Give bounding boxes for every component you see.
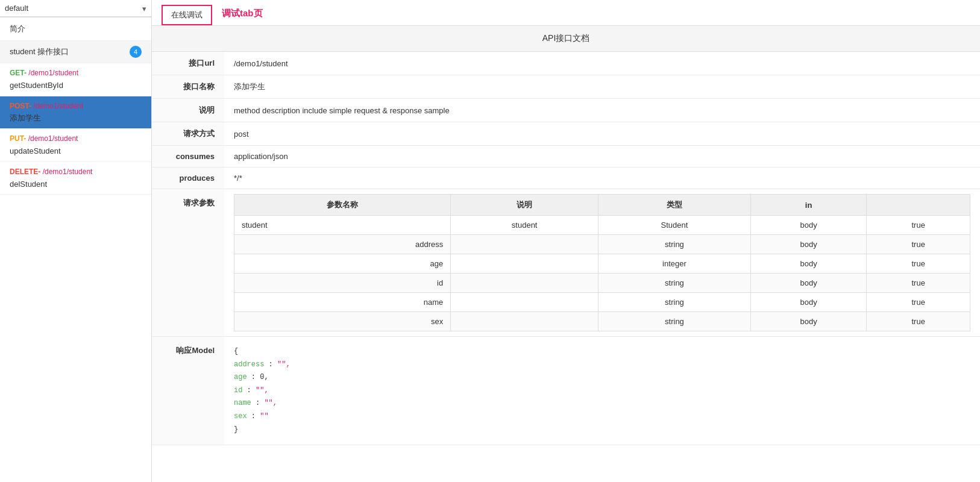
param-name: id [234, 274, 451, 293]
desc-label: 说明 [152, 99, 224, 122]
params-label: 请求参数 [152, 189, 224, 337]
api-info-table: 接口url /demo1/student 接口名称 添加学生 说明 method… [152, 52, 980, 445]
method-put-icon: PUT- [10, 134, 28, 143]
param-in: body [750, 293, 867, 312]
params-col-header: 说明 [451, 195, 598, 216]
param-type: integer [598, 254, 751, 274]
code-line: address : "", [234, 358, 970, 372]
name-value: 添加学生 [224, 75, 980, 99]
table-row: idstringbodytrue [234, 274, 970, 293]
param-name: sex [234, 312, 451, 331]
param-type: string [598, 312, 751, 331]
params-table-cell: 参数名称说明类型in studentstudentStudentbodytrue… [224, 189, 980, 337]
table-row: addressstringbodytrue [234, 235, 970, 254]
produces-value: */* [224, 167, 980, 189]
desc-row: 说明 method description include simple req… [152, 99, 980, 122]
param-name: age [234, 254, 451, 274]
param-required: true [867, 312, 970, 331]
sidebar-badge: 4 [130, 46, 142, 58]
code-line: { [234, 345, 970, 358]
api-path: /demo1/student [28, 69, 78, 77]
desc-value: method description include simple reques… [224, 99, 980, 122]
params-col-header: in [750, 195, 867, 216]
code-key: sex [234, 412, 247, 421]
sidebar-api-item[interactable]: DELETE- /demo1/studentdelStudent [0, 162, 151, 195]
sidebar-api-item[interactable]: PUT- /demo1/studentupdateStudent [0, 129, 151, 162]
code-line: name : "", [234, 397, 970, 410]
table-row: studentstudentStudentbodytrue [234, 216, 970, 235]
tab-online-debug[interactable]: 在线调试 [162, 5, 212, 25]
param-type: string [598, 274, 751, 293]
param-required: true [867, 274, 970, 293]
param-in: body [750, 312, 867, 331]
param-required: true [867, 254, 970, 274]
api-doc-title: API接口文档 [152, 26, 980, 52]
method-post-icon: POST- [10, 102, 33, 110]
sidebar-api-item[interactable]: GET- /demo1/studentgetStudentById [0, 63, 151, 96]
sidebar-group-header: student 操作接口 4 [0, 41, 151, 63]
method-value: post [224, 122, 980, 146]
api-name: delStudent [10, 178, 142, 191]
method-row: 请求方式 post [152, 122, 980, 146]
sidebar-group-title: student 操作接口 [10, 46, 130, 57]
response-value: { address : "", age : 0, id : "", name :… [224, 337, 980, 445]
method-delete-icon: DELETE- [10, 167, 43, 176]
code-line: age : 0, [234, 371, 970, 384]
api-path: /demo1/student [43, 167, 93, 176]
consumes-value: application/json [224, 146, 980, 167]
param-required: true [867, 293, 970, 312]
param-in: body [750, 235, 867, 254]
params-col-header: 参数名称 [234, 195, 451, 216]
table-row: sexstringbodytrue [234, 312, 970, 331]
sidebar-api-item[interactable]: POST- /demo1/student添加学生 [0, 96, 151, 130]
param-required: true [867, 216, 970, 235]
tabs-bar: 在线调试 调试tab页 [152, 0, 980, 26]
sidebar-api-list: GET- /demo1/studentgetStudentByIdPOST- /… [0, 63, 151, 195]
param-in: body [750, 274, 867, 293]
param-type: string [598, 235, 751, 254]
api-doc: API接口文档 接口url /demo1/student 接口名称 添加学生 说… [152, 26, 980, 445]
param-desc [451, 274, 598, 293]
params-col-header: 类型 [598, 195, 751, 216]
code-key: age [234, 373, 247, 381]
api-name: updateStudent [10, 145, 142, 158]
url-label: 接口url [152, 52, 224, 75]
api-path: /demo1/student [33, 102, 83, 110]
param-in: body [750, 216, 867, 235]
code-key: address [234, 360, 264, 369]
param-required: true [867, 235, 970, 254]
param-type: string [598, 293, 751, 312]
params-row: 请求参数 参数名称说明类型in studentstudentStudentbod… [152, 189, 980, 337]
select-wrapper: default [0, 0, 151, 17]
consumes-row: consumes application/json [152, 146, 980, 167]
code-key: id [234, 386, 242, 395]
api-name: 添加学生 [10, 112, 142, 125]
produces-label: produces [152, 167, 224, 189]
code-value: "" [260, 412, 268, 421]
param-type: Student [598, 216, 751, 235]
param-desc [451, 312, 598, 331]
param-name: student [234, 216, 451, 235]
table-row: ageintegerbodytrue [234, 254, 970, 274]
code-line: } [234, 424, 970, 437]
sidebar-intro[interactable]: 简介 [0, 17, 151, 41]
name-row: 接口名称 添加学生 [152, 75, 980, 99]
response-code-block: { address : "", age : 0, id : "", name :… [234, 343, 970, 439]
param-desc [451, 254, 598, 274]
url-row: 接口url /demo1/student [152, 52, 980, 75]
produces-row: produces */* [152, 167, 980, 189]
param-in: body [750, 254, 867, 274]
code-key: name [234, 399, 251, 407]
api-name: getStudentById [10, 80, 142, 92]
param-desc: student [451, 216, 598, 235]
param-name: address [234, 235, 451, 254]
params-table: 参数名称说明类型in studentstudentStudentbodytrue… [234, 194, 970, 331]
namespace-select[interactable]: default [0, 0, 151, 17]
name-label: 接口名称 [152, 75, 224, 99]
code-value: 0, [260, 373, 268, 381]
method-get-icon: GET- [10, 69, 28, 77]
param-name: name [234, 293, 451, 312]
param-desc [451, 293, 598, 312]
params-body: studentstudentStudentbodytrueaddressstri… [234, 216, 970, 331]
response-label: 响应Model [152, 337, 224, 445]
